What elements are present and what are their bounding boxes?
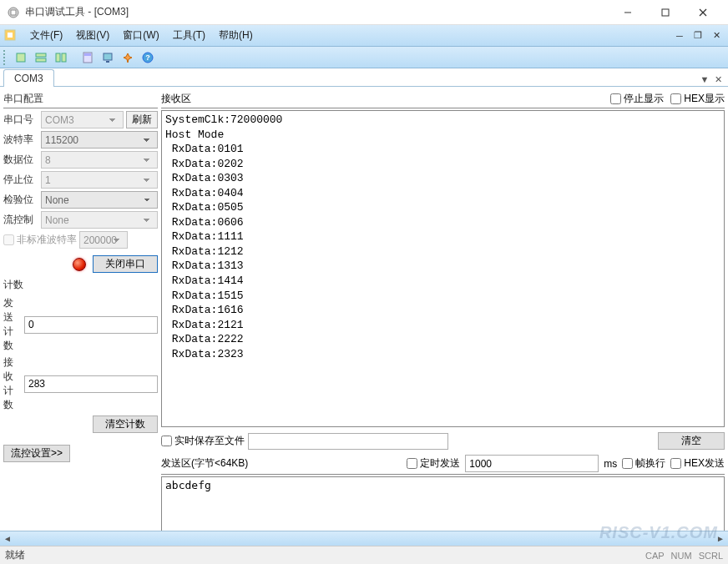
svg-rect-12 — [62, 53, 66, 62]
interval-field[interactable] — [465, 455, 599, 472]
rx-header: 接收区 停止显示 HEX显示 — [161, 90, 725, 108]
parity-label: 检验位 — [3, 193, 38, 207]
toolbar-tile-h-icon[interactable] — [32, 49, 50, 66]
minimize-button[interactable] — [609, 1, 646, 24]
scroll-right-icon[interactable]: ► — [713, 532, 728, 546]
tx-textarea[interactable] — [161, 476, 725, 536]
stop-display-checkbox[interactable]: 停止显示 — [610, 92, 664, 106]
parity-select[interactable]: None — [41, 191, 158, 209]
svg-rect-10 — [36, 58, 46, 62]
hex-display-checkbox[interactable]: HEX显示 — [670, 92, 725, 106]
databits-select[interactable]: 8 — [41, 151, 158, 169]
menu-view[interactable]: 视图(V) — [69, 27, 116, 44]
svg-rect-11 — [56, 53, 60, 62]
menu-help[interactable]: 帮助(H) — [212, 27, 260, 44]
svg-rect-3 — [662, 9, 669, 16]
save-to-file-checkbox[interactable]: 实时保存至文件 — [161, 434, 245, 448]
svg-rect-7 — [8, 33, 13, 38]
timed-send-checkbox[interactable]: 定时发送 — [407, 456, 460, 471]
titlebar: 串口调试工具 - [COM3] — [0, 0, 728, 25]
close-button[interactable] — [684, 1, 721, 24]
svg-text:?: ? — [145, 53, 150, 62]
toolbar-help-icon[interactable]: ? — [139, 49, 157, 66]
menu-app-icon — [3, 28, 18, 43]
stopbits-select[interactable]: 1 — [41, 171, 158, 189]
hex-send-checkbox[interactable]: HEX发送 — [670, 456, 725, 471]
count-group: 计数 发送计数 接收计数 清空计数 — [3, 276, 158, 433]
refresh-button[interactable]: 刷新 — [126, 111, 158, 128]
menubar: 文件(F) 视图(V) 窗口(W) 工具(T) 帮助(H) ─ ❐ ✕ — [0, 25, 728, 47]
right-panel: 接收区 停止显示 HEX显示 SystemClk:72000000 Host M… — [161, 90, 725, 559]
toolbar-new-icon[interactable] — [12, 49, 30, 66]
serial-config-group: 串口配置 串口号 COM3 刷新 波特率 115200 数据位 8 停止位 1 … — [3, 90, 158, 273]
scroll-left-icon[interactable]: ◄ — [0, 532, 15, 546]
ms-label: ms — [604, 458, 617, 470]
toolbar-monitor-icon[interactable] — [99, 49, 117, 66]
maximize-button[interactable] — [646, 1, 684, 24]
app-icon — [7, 6, 20, 19]
tx-title: 发送区(字节<64KB) — [161, 456, 402, 471]
status-cap: CAP — [645, 551, 665, 561]
toolbar-grip — [3, 50, 8, 65]
svg-rect-16 — [106, 61, 109, 63]
tx-count-field[interactable] — [24, 316, 158, 334]
menu-window[interactable]: 窗口(W) — [116, 27, 165, 44]
count-title: 计数 — [3, 276, 158, 294]
status-ready: 就绪 — [5, 548, 25, 562]
mdi-close-button[interactable]: ✕ — [708, 28, 725, 43]
svg-rect-14 — [84, 53, 91, 56]
mdi-scrollbar[interactable]: ◄ ► — [0, 531, 728, 546]
toolbar-pin-icon[interactable] — [119, 49, 137, 66]
rx-clear-button[interactable]: 清空 — [658, 432, 725, 450]
svg-rect-1 — [11, 10, 16, 15]
port-label: 串口号 — [3, 113, 38, 127]
tx-header: 发送区(字节<64KB) 定时发送 ms 帧换行 HEX发送 — [161, 455, 725, 475]
client-area: 串口配置 串口号 COM3 刷新 波特率 115200 数据位 8 停止位 1 … — [0, 87, 728, 562]
serial-config-title: 串口配置 — [3, 90, 158, 108]
statusbar: 就绪 CAP NUM SCRL — [0, 546, 728, 564]
svg-rect-8 — [17, 53, 25, 62]
flow-settings-button[interactable]: 流控设置>> — [3, 445, 70, 462]
flow-label: 流控制 — [3, 213, 38, 227]
clear-count-button[interactable]: 清空计数 — [93, 415, 158, 433]
status-num: NUM — [671, 551, 692, 561]
toolbar-calc-icon[interactable] — [78, 49, 97, 66]
left-panel: 串口配置 串口号 COM3 刷新 波特率 115200 数据位 8 停止位 1 … — [3, 90, 158, 559]
stopbits-label: 停止位 — [3, 173, 38, 187]
rx-textarea[interactable]: SystemClk:72000000 Host Mode RxData:0101… — [161, 110, 725, 427]
svg-rect-9 — [36, 53, 46, 57]
window-title: 串口调试工具 - [COM3] — [25, 5, 609, 19]
tab-close-icon[interactable]: ✕ — [711, 73, 725, 86]
frame-wrap-checkbox[interactable]: 帧换行 — [622, 456, 665, 471]
baud-select[interactable]: 115200 — [41, 131, 158, 149]
toolbar-tile-v-icon[interactable] — [52, 49, 70, 66]
nonstd-baud-checkbox[interactable]: 非标准波特率 — [3, 233, 77, 247]
port-select[interactable]: COM3 — [41, 111, 124, 128]
close-port-button[interactable]: 关闭串口 — [93, 255, 158, 273]
nonstd-baud-select[interactable]: 200000 — [79, 231, 128, 249]
tx-count-label: 发送计数 — [3, 296, 22, 353]
status-led-icon — [73, 258, 86, 271]
tab-com3[interactable]: COM3 — [3, 69, 54, 87]
mdi-restore-button[interactable]: ❐ — [690, 28, 706, 43]
status-scrl: SCRL — [699, 551, 723, 561]
databits-label: 数据位 — [3, 153, 38, 167]
save-path-field[interactable] — [248, 433, 448, 450]
toolbar: ? — [0, 47, 728, 68]
mdi-minimize-button[interactable]: ─ — [671, 28, 688, 43]
menu-file[interactable]: 文件(F) — [23, 27, 69, 44]
tabbar: COM3 ▼ ✕ — [0, 68, 728, 87]
menu-tools[interactable]: 工具(T) — [166, 27, 212, 44]
tab-dropdown-icon[interactable]: ▼ — [698, 73, 711, 86]
baud-label: 波特率 — [3, 133, 38, 147]
rx-count-field[interactable] — [24, 375, 158, 393]
flow-select[interactable]: None — [41, 211, 158, 229]
svg-rect-15 — [104, 53, 112, 60]
rx-title: 接收区 — [161, 92, 610, 106]
rx-count-label: 接收计数 — [3, 355, 22, 412]
